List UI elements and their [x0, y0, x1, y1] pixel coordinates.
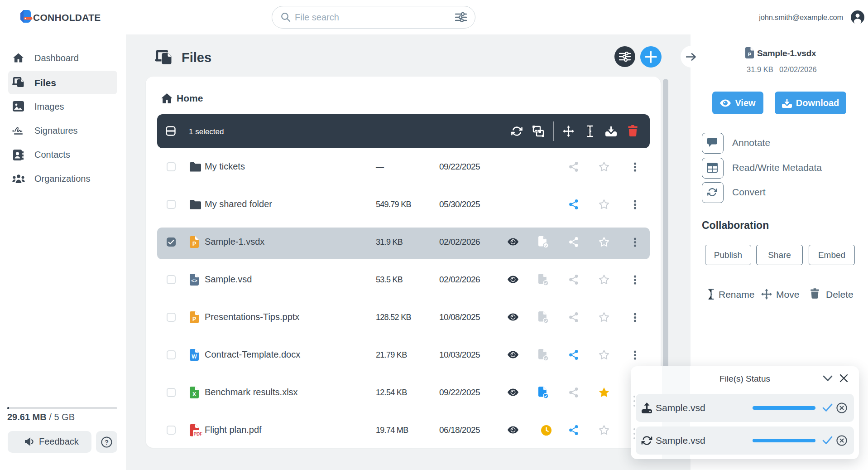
svg-text:P: P [192, 241, 196, 247]
svg-text:?: ? [105, 439, 109, 446]
svg-text:PDF: PDF [194, 431, 202, 436]
svg-text:X: X [192, 391, 196, 397]
svg-text:P: P [192, 316, 196, 322]
svg-text:P: P [748, 52, 751, 57]
svg-text:<>: <> [191, 278, 197, 283]
svg-text:W: W [192, 354, 197, 360]
